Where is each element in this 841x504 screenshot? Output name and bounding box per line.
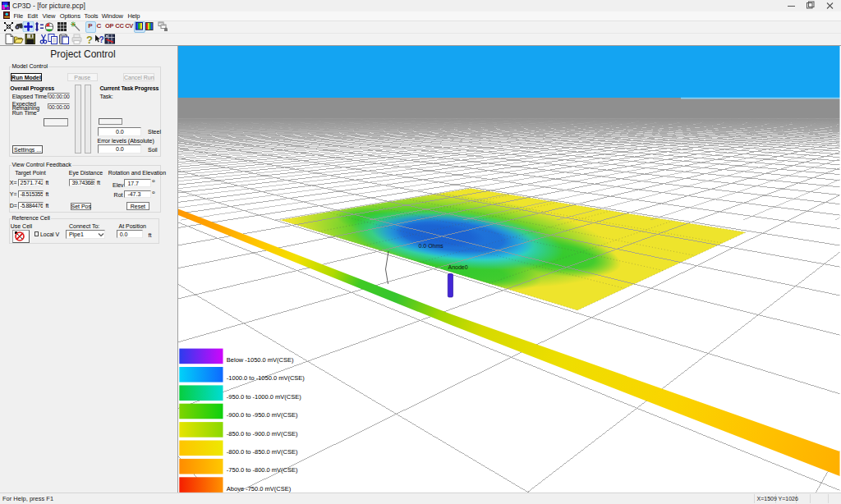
svg-text:0.0 Ohms: 0.0 Ohms: [419, 243, 444, 249]
svg-text:-950.0 to -1000.0 mV(CSE): -950.0 to -1000.0 mV(CSE): [227, 393, 301, 401]
svg-text:-800.0 to -850.0 mV(CSE): -800.0 to -850.0 mV(CSE): [227, 448, 298, 456]
svg-text:Above -750.0 mV(CSE): Above -750.0 mV(CSE): [227, 485, 292, 493]
svg-text:-900.0 to -950.0 mV(CSE): -900.0 to -950.0 mV(CSE): [227, 411, 298, 419]
svg-text:-850.0 to -900.0 mV(CSE): -850.0 to -900.0 mV(CSE): [227, 430, 298, 438]
svg-text:?: ?: [99, 35, 104, 44]
svg-text:-1000.0 to -1050.0 mV(CSE): -1000.0 to -1050.0 mV(CSE): [227, 374, 306, 382]
svg-text:Anode0: Anode0: [448, 264, 468, 270]
svg-text:-750.0 to -800.0 mV(CSE): -750.0 to -800.0 mV(CSE): [227, 466, 298, 474]
svg-text:?: ?: [86, 34, 93, 45]
svg-text:Below -1050.0 mV(CSE): Below -1050.0 mV(CSE): [227, 356, 294, 364]
